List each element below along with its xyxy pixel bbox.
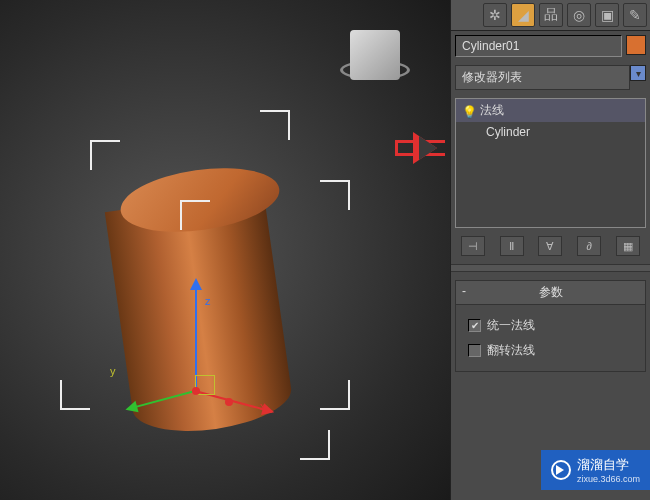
selection-bracket [90,140,120,170]
gizmo-origin[interactable] [192,387,200,395]
hierarchy-tab-icon[interactable]: 品 [539,3,563,27]
axis-x-label: x [260,400,266,412]
flip-normals-checkbox[interactable] [468,344,481,357]
pin-stack-icon[interactable]: ⊣ [461,236,485,256]
watermark-url: zixue.3d66.com [577,474,640,484]
bulb-icon[interactable]: 💡 [462,105,474,117]
display-tab-icon[interactable]: ▣ [595,3,619,27]
watermark-text: 溜溜自学 [577,456,640,474]
panel-separator [451,264,650,272]
object-name-row: Cylinder01 [451,31,650,61]
viewcube[interactable] [350,30,400,80]
base-object-name: Cylinder [486,125,530,139]
configure-sets-icon[interactable]: ▦ [616,236,640,256]
object-color-swatch[interactable] [626,35,646,55]
show-end-result-icon[interactable]: Ⅱ [500,236,524,256]
parameters-rollout: - 参数 ✔ 统一法线 翻转法线 [455,280,646,372]
stack-toolbar: ⊣ Ⅱ ∀ ∂ ▦ [451,232,650,260]
command-panel: ✲ ◢ 品 ◎ ▣ ✎ Cylinder01 修改器列表 ▾ 💡 法线 Cyli… [450,0,650,500]
rollout-body: ✔ 统一法线 翻转法线 [455,305,646,372]
motion-tab-icon[interactable]: ◎ [567,3,591,27]
annotation-arrow [395,140,445,156]
selection-bracket [300,430,330,460]
dropdown-arrow-icon[interactable]: ▾ [630,65,646,81]
modify-tab-icon[interactable]: ◢ [511,3,535,27]
modifier-list-dropdown[interactable]: 修改器列表 [455,65,630,90]
selection-bracket [320,380,350,410]
modifier-stack-item-normal[interactable]: 💡 法线 [456,99,645,122]
rollout-title: 参数 [539,285,563,299]
axis-y-label: y [110,365,116,377]
flip-normals-row: 翻转法线 [468,338,633,363]
axis-z[interactable] [195,280,197,390]
selection-bracket [60,380,90,410]
remove-modifier-icon[interactable]: ∂ [577,236,601,256]
selection-bracket [260,110,290,140]
modifier-stack-item-base[interactable]: Cylinder [456,122,645,142]
modifier-dropdown-label: 修改器列表 [462,69,522,86]
unify-normals-label: 统一法线 [487,317,535,334]
viewport-3d[interactable]: z x y [0,0,450,500]
rollout-header[interactable]: - 参数 [455,280,646,305]
selection-bracket [320,180,350,210]
flip-normals-label: 翻转法线 [487,342,535,359]
gizmo-x-handle[interactable] [225,398,233,406]
axis-z-label: z [205,295,211,307]
unify-normals-row: ✔ 统一法线 [468,313,633,338]
modifier-dropdown-row: 修改器列表 ▾ [451,61,650,94]
collapse-icon: - [462,284,466,298]
modifier-name: 法线 [480,102,504,119]
object-name-input[interactable]: Cylinder01 [455,35,622,57]
selection-bracket [180,200,210,230]
make-unique-icon[interactable]: ∀ [538,236,562,256]
panel-tab-bar: ✲ ◢ 品 ◎ ▣ ✎ [451,0,650,31]
utilities-tab-icon[interactable]: ✎ [623,3,647,27]
watermark: 溜溜自学 zixue.3d66.com [541,450,650,490]
unify-normals-checkbox[interactable]: ✔ [468,319,481,332]
play-icon [551,460,571,480]
modifier-stack[interactable]: 💡 法线 Cylinder [455,98,646,228]
create-tab-icon[interactable]: ✲ [483,3,507,27]
